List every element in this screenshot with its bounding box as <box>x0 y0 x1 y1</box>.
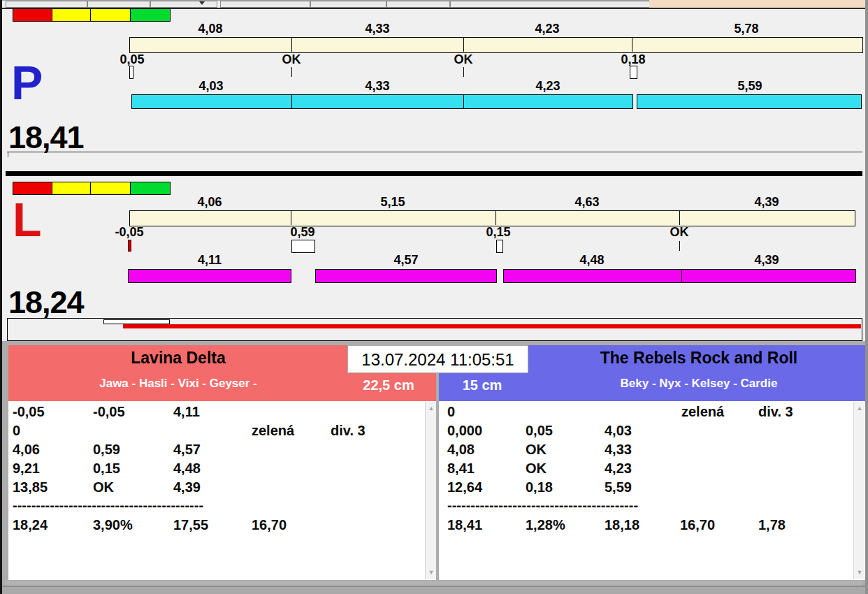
progress-bar <box>123 324 861 328</box>
table-cell: zelená <box>681 404 724 420</box>
run-time: 4,39 <box>725 253 809 268</box>
team-left-members: Jawa - Hasli - Vixi - Geyser - <box>8 377 348 391</box>
split-time: 4,08 <box>168 22 252 36</box>
split-time: 5,15 <box>351 195 435 210</box>
bottom-strip-light <box>6 581 862 586</box>
table-cell: 0,15 <box>93 461 120 477</box>
toolbar-beige-area <box>649 0 868 8</box>
traffic-light-green <box>130 8 171 22</box>
scroll-down-icon[interactable]: ▼ <box>854 568 865 577</box>
run-bar <box>128 269 291 283</box>
table-cell: -0,05 <box>13 404 45 420</box>
team-right-members: Beky - Nyx - Kelsey - Cardie <box>533 377 865 391</box>
table-separator: ----------------------------------------… <box>447 498 638 514</box>
table-cell: 5,59 <box>605 479 632 495</box>
traffic-light-yellow-2 <box>90 182 131 195</box>
table-cell: div. 3 <box>758 404 793 420</box>
race-progress-box <box>7 318 862 341</box>
lane-p-total: 18,41 <box>8 123 84 152</box>
table-cell: 0 <box>13 423 20 439</box>
run-time: 4,48 <box>550 253 634 268</box>
table-cell: zelená <box>252 423 294 439</box>
scroll-up-icon[interactable]: ▲ <box>426 404 437 412</box>
run-bar-divider <box>463 94 464 109</box>
table-cell: 12,64 <box>447 479 482 495</box>
split-time: 4,33 <box>335 22 419 36</box>
run-bar <box>503 269 856 283</box>
lane-p-letter: P <box>11 64 43 101</box>
toolbar-cell[interactable] <box>150 1 217 8</box>
team-right-results-pane[interactable] <box>439 401 865 580</box>
split-bar-divider <box>291 37 292 52</box>
crossing-value: 0,59 <box>261 225 345 240</box>
run-bar-divider <box>291 94 292 109</box>
crossing-marker <box>496 240 503 253</box>
split-time: 5,78 <box>704 22 788 36</box>
split-time: 4,39 <box>725 195 809 210</box>
run-time: 4,57 <box>364 253 448 268</box>
table-total: 1,78 <box>758 517 786 533</box>
team-left-scrollbar[interactable]: ▲ ▼ <box>425 402 436 579</box>
scroll-up-icon[interactable]: ▲ <box>854 404 865 412</box>
run-time: 4,33 <box>335 79 419 94</box>
lane-l-letter: L <box>13 201 42 238</box>
split-bar-divider <box>632 37 632 52</box>
progress-marker-box <box>103 319 170 324</box>
crossing-marker <box>129 66 133 79</box>
table-separator: ----------------------------------------… <box>13 498 203 514</box>
traffic-light-green <box>130 182 171 195</box>
table-total: 17,55 <box>173 517 208 533</box>
table-cell: 4,11 <box>173 404 200 420</box>
table-cell: -0,05 <box>93 404 125 420</box>
table-cell: 0,05 <box>526 423 553 439</box>
table-cell: 0 <box>447 404 455 420</box>
traffic-light-yellow-1 <box>52 182 91 195</box>
toolbar-cell[interactable] <box>310 1 386 8</box>
table-cell: 4,08 <box>447 442 475 458</box>
traffic-light-yellow-1 <box>52 8 91 22</box>
table-cell: 0,59 <box>93 442 120 458</box>
toolbar-cell[interactable] <box>87 1 150 8</box>
toolbar-cell[interactable] <box>450 1 650 8</box>
crossing-marker-early <box>128 240 131 252</box>
table-cell: 4,33 <box>605 442 632 458</box>
lane-l-total: 18,24 <box>8 288 84 317</box>
table-cell: 4,23 <box>605 461 632 477</box>
table-cell: 0,000 <box>447 423 482 439</box>
split-bar-divider <box>679 210 680 225</box>
toolbar-cell[interactable] <box>220 1 310 8</box>
table-cell: 4,06 <box>13 442 40 458</box>
table-cell: 0,18 <box>526 479 553 495</box>
crossing-value: OK <box>637 225 721 240</box>
table-total: 18,41 <box>447 517 482 533</box>
table-cell: OK <box>526 461 547 477</box>
table-cell: div. 3 <box>331 423 366 439</box>
run-time: 4,23 <box>506 79 590 94</box>
scroll-down-icon[interactable]: ▼ <box>426 568 437 577</box>
table-total: 16,70 <box>252 517 287 533</box>
split-bar-divider <box>291 210 291 225</box>
crossing-marker-tick <box>679 241 680 251</box>
run-bar <box>637 94 862 109</box>
crossing-value: -0,05 <box>87 225 171 240</box>
team-left-jump-height: 22,5 cm <box>349 377 428 393</box>
table-cell: 4,39 <box>173 479 201 495</box>
table-total: 18,18 <box>605 517 639 533</box>
team-right-name: The Rebels Rock and Roll <box>533 349 865 368</box>
table-total: 18,24 <box>13 517 48 533</box>
table-total: 16,70 <box>680 517 715 533</box>
split-bar <box>129 37 863 53</box>
run-time: 4,11 <box>168 253 252 268</box>
table-cell: 13,85 <box>13 479 48 495</box>
lane-divider <box>6 171 862 176</box>
crossing-marker <box>630 66 637 79</box>
team-right-scrollbar[interactable]: ▲ ▼ <box>853 402 865 579</box>
toolbar-cell[interactable] <box>6 1 87 8</box>
split-bar-divider <box>496 210 496 225</box>
toolbar-cell[interactable] <box>386 1 450 8</box>
timestamp-box: 13.07.2024 11:05:51 <box>347 345 528 373</box>
team-left-results-pane[interactable] <box>8 401 436 580</box>
run-time: 5,59 <box>708 79 792 94</box>
team-right-jump-height: 15 cm <box>447 377 517 393</box>
split-time: 4,23 <box>505 22 589 36</box>
